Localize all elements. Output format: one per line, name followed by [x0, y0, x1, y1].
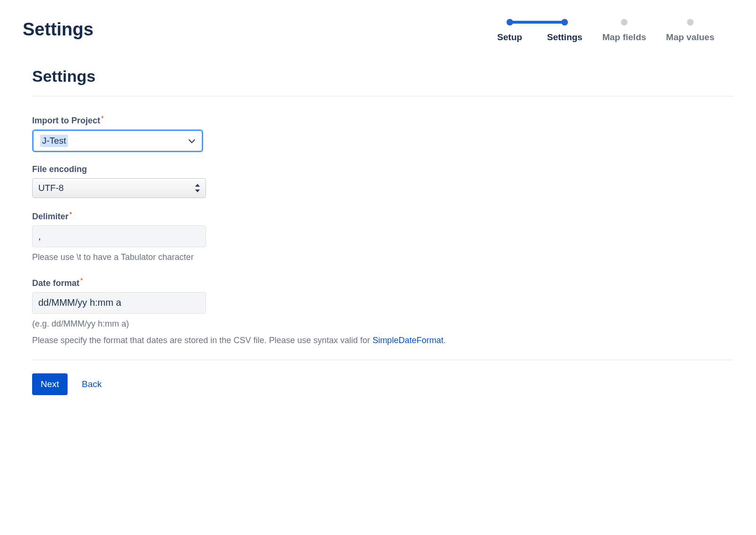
stepper-connector [510, 21, 567, 24]
date-format-help-prefix: Please specify the format that dates are… [32, 336, 372, 345]
date-format-example-text: (e.g. dd/MMM/yy h:mm a) [32, 318, 733, 331]
date-format-label: Date format [32, 278, 79, 288]
step-label: Map fields [602, 31, 646, 43]
date-format-input[interactable] [32, 292, 206, 314]
project-label: Import to Project [32, 116, 100, 126]
step-map-values[interactable]: Map values [666, 19, 714, 43]
step-map-fields[interactable]: Map fields [602, 19, 646, 43]
project-select-value: J-Test [40, 135, 68, 147]
page-title: Settings [23, 19, 94, 41]
step-setup[interactable]: Setup [492, 19, 527, 43]
section-title: Settings [32, 67, 733, 86]
encoding-select[interactable]: UTF-8 [32, 178, 206, 198]
chevron-down-icon [189, 138, 195, 144]
step-label: Setup [497, 31, 522, 43]
step-dot-future-icon [621, 19, 627, 26]
required-asterisk-icon: * [101, 114, 103, 122]
step-dot-current-icon [561, 19, 568, 26]
delimiter-label: Delimiter [32, 212, 69, 222]
divider [32, 96, 733, 96]
required-asterisk-icon: * [80, 276, 83, 284]
back-button[interactable]: Back [82, 379, 102, 389]
divider [32, 360, 733, 360]
delimiter-input[interactable] [32, 225, 206, 247]
step-dot-done-icon [507, 19, 513, 26]
step-dot-future-icon [687, 19, 694, 26]
step-label: Settings [547, 31, 583, 43]
simple-date-format-link[interactable]: SimpleDateFormat [372, 336, 443, 345]
delimiter-help-text: Please use \t to have a Tabulator charac… [32, 251, 733, 264]
select-updown-icon [195, 184, 200, 192]
project-select[interactable]: J-Test [32, 129, 203, 152]
date-format-help-text: Please specify the format that dates are… [32, 334, 733, 347]
encoding-select-value: UTF-8 [38, 183, 64, 193]
next-button[interactable]: Next [32, 373, 68, 395]
required-asterisk-icon: * [69, 210, 72, 218]
wizard-stepper: Setup Settings Map fields Map values [492, 19, 733, 43]
date-format-help-suffix: . [443, 336, 446, 345]
step-label: Map values [666, 31, 714, 43]
encoding-label: File encoding [32, 164, 87, 174]
